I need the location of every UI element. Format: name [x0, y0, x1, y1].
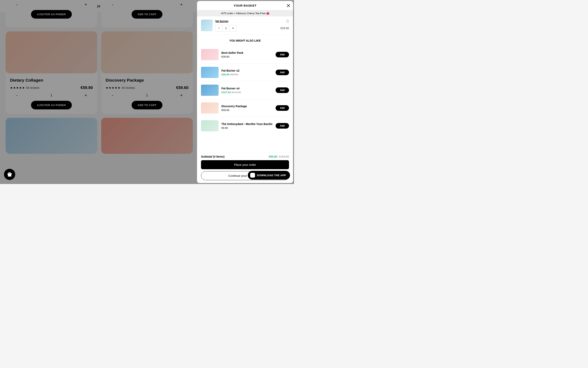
- cart-item: fat burner − 1 + €29.90: [197, 16, 293, 35]
- cart-item-price: €29.90: [280, 27, 289, 30]
- upsell-old-price: €59.80: [230, 73, 238, 76]
- subtotal-label: Subtotal (4 items): [201, 155, 224, 158]
- upsell-add-button[interactable]: Add: [276, 123, 289, 129]
- upsell-sale-price: €56.80: [221, 73, 230, 76]
- promo-banner: +€75 order = Hibiscus Cherry Tea Free 🌺: [197, 10, 293, 16]
- upsell-price: €39.80: [221, 55, 273, 58]
- qty-minus-button[interactable]: −: [216, 25, 222, 31]
- upsell-name[interactable]: Thé Antioxydant - Menthe Yuzu Basilic: [221, 122, 273, 126]
- basket-content[interactable]: fat burner − 1 + €29.90 YOU MIGHT ALSO L…: [197, 16, 293, 152]
- upsell-add-button[interactable]: Add: [276, 52, 289, 57]
- upsell-item: Fat Burner x4€107.64€119.60Add: [201, 81, 289, 99]
- upsell-price: €107.64€119.60: [221, 91, 273, 94]
- gift-icon: [7, 172, 12, 177]
- checkout-button[interactable]: Place your order: [201, 160, 289, 169]
- upsell-image[interactable]: [201, 49, 219, 60]
- basket-header: YOUR BASKET: [197, 1, 293, 10]
- upsell-price-value: €39.80: [221, 55, 230, 58]
- upsell-image[interactable]: [201, 67, 219, 78]
- upsell-name[interactable]: Fat Burner x2: [221, 69, 273, 72]
- upsell-image[interactable]: [201, 120, 219, 131]
- upsell-item: Discovery Package€59.60Add: [201, 99, 289, 117]
- qty-stepper: − 1 +: [215, 25, 237, 32]
- upsell-name[interactable]: Fat Burner x4: [221, 87, 273, 90]
- upsell-image[interactable]: [201, 85, 219, 96]
- upsell-old-price: €119.60: [232, 91, 241, 94]
- upsell-price-value: €9,90: [221, 126, 228, 129]
- upsell-name[interactable]: Best-Seller Pack: [221, 51, 273, 55]
- upsell-price: €56.80€59.80: [221, 73, 273, 76]
- upsell-add-button[interactable]: Add: [276, 70, 289, 75]
- qty-value: 1: [222, 25, 230, 31]
- upsell-add-button[interactable]: Add: [276, 87, 289, 93]
- cart-item-name[interactable]: fat burner: [215, 20, 228, 23]
- upsell-section: YOU MIGHT ALSO LIKE Best-Seller Pack€39.…: [197, 35, 293, 138]
- upsell-name[interactable]: Discovery Package: [221, 105, 273, 108]
- close-icon[interactable]: [287, 4, 290, 7]
- upsell-title: YOU MIGHT ALSO LIKE: [201, 39, 289, 42]
- cart-item-image[interactable]: [201, 20, 213, 31]
- qty-plus-button[interactable]: +: [230, 25, 236, 31]
- upsell-sale-price: €107.64: [221, 91, 231, 94]
- download-app-label: DOWNLOAD THE APP: [257, 174, 286, 177]
- subtotal-sale: €89.80: [269, 155, 277, 158]
- upsell-add-button[interactable]: Add: [276, 105, 289, 111]
- upsell-price: €9,90: [221, 126, 273, 129]
- download-app-button[interactable]: DOWNLOAD THE APP: [248, 171, 290, 180]
- basket-title: YOUR BASKET: [234, 4, 257, 7]
- upsell-item: Fat Burner x2€56.80€59.80Add: [201, 64, 289, 81]
- upsell-price-value: €59.60: [221, 109, 230, 112]
- subtotal-row: Subtotal (4 items) €89.80 €104.60: [201, 155, 289, 158]
- upsell-price: €59.60: [221, 109, 273, 112]
- upsell-item: Thé Antioxydant - Menthe Yuzu Basilic€9,…: [201, 117, 289, 135]
- upsell-item: Best-Seller Pack€39.80Add: [201, 46, 289, 64]
- subtotal-old: €104.60: [279, 155, 289, 158]
- app-icon: [250, 173, 255, 178]
- basket-drawer: YOUR BASKET +€75 order = Hibiscus Cherry…: [197, 1, 293, 183]
- upsell-image[interactable]: [201, 102, 219, 114]
- trash-icon[interactable]: [286, 20, 289, 23]
- rewards-fab[interactable]: [4, 169, 15, 180]
